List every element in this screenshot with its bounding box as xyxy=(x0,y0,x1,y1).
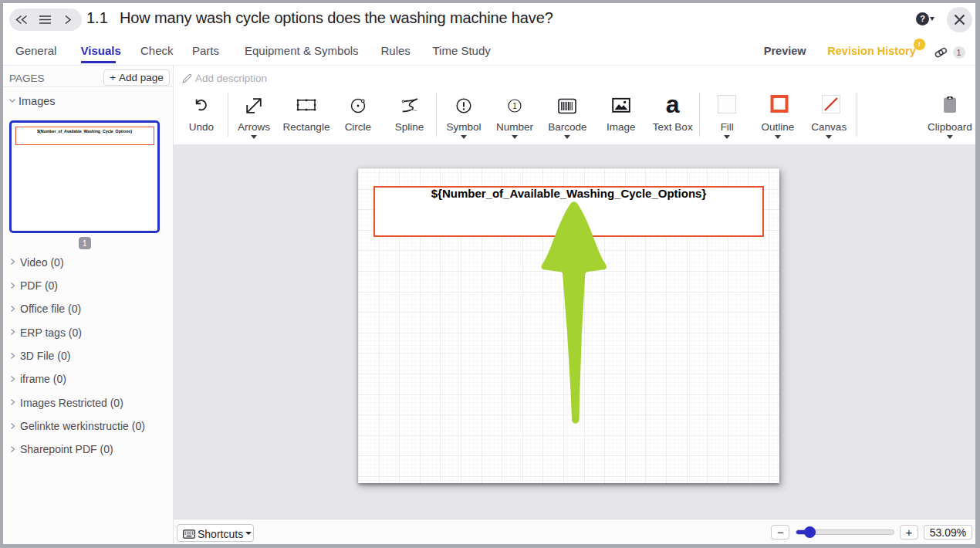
svg-text:1: 1 xyxy=(512,102,517,110)
